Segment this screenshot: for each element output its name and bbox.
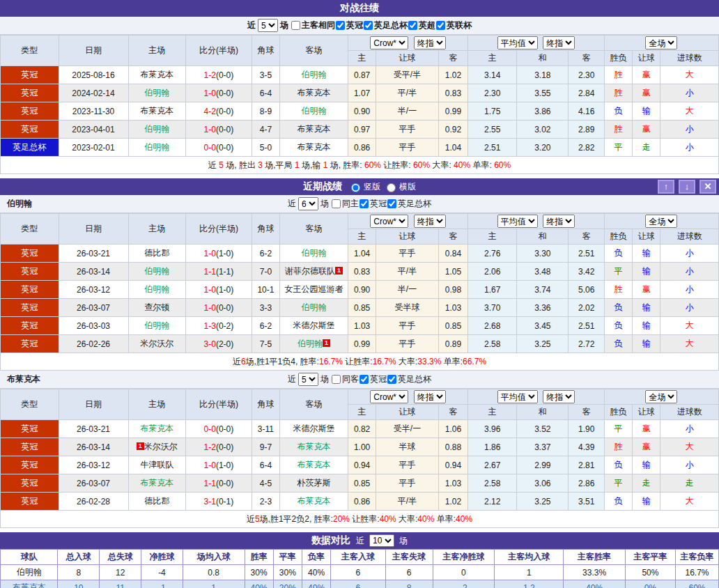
home-team-cell: 米尔沃尔 [128,335,185,353]
fulltime-score: 1-1 [204,479,216,488]
close-button[interactable]: ✕ [699,180,716,194]
fulltime-select[interactable]: 全场 [645,215,677,228]
team-name: 牛津联队 [140,460,173,470]
final-odds-select[interactable]: 终指 [414,390,446,403]
compare-value-cell: 40% [302,565,330,580]
league-filter-checkbox[interactable] [291,21,300,30]
fulltime-score: 0-0 [204,143,216,153]
team-name: 布莱克本 [297,142,330,152]
odds-home-cell: 1.00 [348,438,376,456]
fulltime-score: 1-0 [204,249,216,258]
blackburn-team-label: 布莱克本 [7,373,40,385]
average-group-header: 平均值 终指 [468,36,605,51]
layout-vertical-radio[interactable] [351,183,360,192]
odds-provider-select[interactable]: Crow* [370,215,408,228]
team-name: 布莱克本 [140,106,173,116]
team-name: 查尔顿 [144,302,169,312]
league-filter-checkbox[interactable] [387,375,396,384]
league-filter-checkbox[interactable] [336,21,345,30]
goals-result-cell: 大 [660,493,719,511]
avg-draw-cell: 3.55 [517,84,569,102]
birmingham-count-select[interactable]: 6 [298,197,318,210]
league-filter-checkbox[interactable] [332,199,341,208]
league-filter-checkbox[interactable] [332,375,341,384]
summary-segment: 40% [380,514,396,524]
games-label: 场 [399,535,408,547]
final-odds-select[interactable]: 终指 [543,215,575,228]
avg-away-cell: 3.42 [569,263,605,281]
avg-draw-cell: 3.18 [517,66,569,84]
goals-result-cell: 小 [660,420,719,438]
final-odds-select[interactable]: 终指 [543,390,575,403]
avg-home-cell: 2.30 [468,84,517,102]
league-filter-item[interactable]: 英联杯 [435,20,472,31]
compare-col-header: 球队 [1,550,58,565]
league-filter-checkbox[interactable] [360,375,369,384]
layout-vertical-option[interactable]: 竖版 [348,181,380,193]
odds-provider-select[interactable]: Crow* [370,36,408,49]
final-odds-select[interactable]: 终指 [543,36,575,49]
down-arrow-icon: ↓ [685,181,690,192]
avg-home-cell: 2.06 [468,263,517,281]
match-row: 英冠26-03-141米尔沃尔1-2(0-0)9-7布莱克本1.00半球0.88… [1,438,719,456]
league-filter-checkbox[interactable] [436,21,445,30]
league-filter-checkbox[interactable] [360,199,369,208]
average-select[interactable]: 平均值 [497,215,538,228]
blackburn-count-select[interactable]: 5 [298,373,318,386]
team-name: 伯明翰 [144,142,169,152]
league-filter-item[interactable]: 英足总杯 [387,198,431,210]
compare-value-cell: 11 [100,580,141,588]
compare-count-select[interactable]: 10 [369,534,394,547]
handicap-cell: 受半球 [376,299,439,317]
league-filter-item[interactable]: 英足总杯 [363,20,408,31]
summary-segment: 近 [208,160,219,170]
score-cell: 1-0(0-0) [185,84,252,102]
fulltime-select[interactable]: 全场 [645,390,677,403]
league-cell: 英冠 [1,299,59,317]
halftime-score: (0-0) [216,125,233,134]
league-filter-checkbox[interactable] [387,199,396,208]
compare-value-cell: 0.8 [183,565,245,580]
col-odds-away: 客 [438,229,467,245]
league-filter-item[interactable]: 英冠 [335,20,363,31]
handicap-result-cell: 赢 [633,84,660,102]
compare-col-header: 主客平率 [625,550,675,565]
date-cell: 26-03-21 [59,245,128,263]
average-select[interactable]: 平均值 [497,390,538,403]
average-select[interactable]: 平均值 [497,36,538,49]
league-filter-item[interactable]: 英足总杯 [387,373,431,385]
team-name: 布莱克本 [297,442,330,451]
league-filter-item[interactable]: 英冠 [359,373,387,385]
league-filter-checkbox[interactable] [364,21,373,30]
final-odds-select[interactable]: 终指 [414,36,446,49]
summary-segment: 单率: [470,160,494,170]
league-filter-item[interactable]: 英冠 [359,198,387,210]
avg-draw-cell: 3.74 [517,281,569,299]
col-avg-draw: 和 [517,229,569,245]
fulltime-select[interactable]: 全场 [645,36,677,49]
league-filter-item[interactable]: 同主 [331,198,359,210]
date-cell: 26-03-07 [59,299,128,317]
layout-horizontal-radio[interactable] [387,183,396,192]
league-filter-item[interactable]: 主客相同 [291,20,335,31]
avg-draw-cell: 3.25 [517,335,569,353]
handicap-cell: 平/半 [376,84,439,102]
corner-cell: 6-2 [252,317,279,335]
league-filter-item[interactable]: 英超 [408,20,435,31]
summary-segment: 5 [219,160,224,170]
odds-provider-select[interactable]: Crow* [370,390,408,403]
wdl-result-cell: 负 [604,299,632,317]
h2h-count-select[interactable]: 5 [258,19,278,32]
league-filter-checkbox[interactable] [408,21,417,30]
move-down-button[interactable]: ↓ [679,180,695,194]
odds-home-cell: 1.07 [348,84,376,102]
home-team-cell: 牛津联队 [128,456,185,474]
layout-horizontal-option[interactable]: 横版 [383,181,416,193]
league-filter-item[interactable]: 同客 [331,373,359,385]
avg-draw-cell: 3.30 [517,245,569,263]
summary-segment: 60% [364,160,381,170]
final-odds-select[interactable]: 终指 [414,215,446,228]
wdl-result-cell: 平 [604,474,632,493]
move-up-button[interactable]: ↑ [658,180,674,194]
compare-col-header: 主客负率 [676,550,719,565]
